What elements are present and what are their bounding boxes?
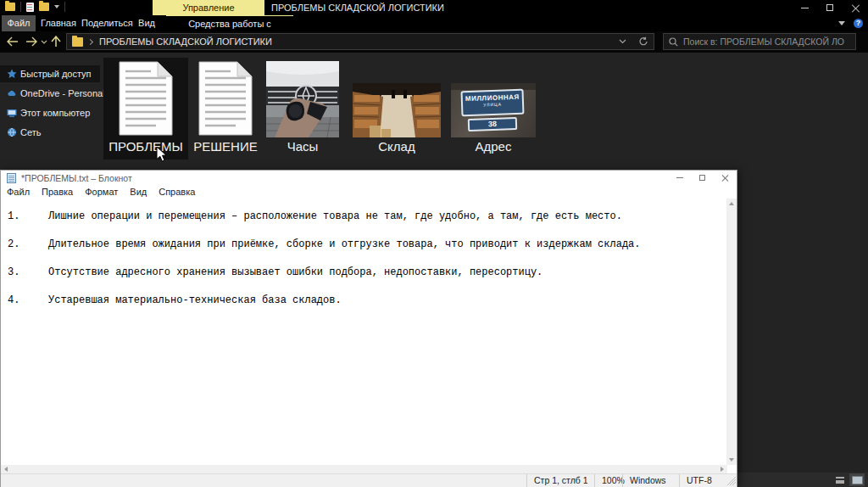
menu-help[interactable]: Справка: [153, 187, 201, 197]
file-name: ПРОБЛЕМЫ: [103, 139, 188, 154]
address-dropdown-chevron-icon[interactable]: [619, 39, 626, 44]
zoom-level-status: 100%: [594, 474, 622, 487]
sidebar-item-label: Быстрый доступ: [20, 69, 92, 79]
details-view-button[interactable]: [832, 473, 848, 486]
line-number: 2.: [1, 238, 48, 250]
close-button[interactable]: [843, 0, 868, 15]
menu-view[interactable]: Вид: [124, 187, 153, 197]
street-sign-plate: МИЛЛИОННАЯ УЛИЦА: [460, 89, 524, 117]
line-number: 4.: [1, 294, 48, 306]
file-tile-warehouse[interactable]: Склад: [351, 58, 442, 160]
notepad-close-button[interactable]: [714, 171, 737, 185]
sidebar-item-onedrive[interactable]: OneDrive - Personal: [0, 85, 100, 102]
folder-icon[interactable]: [5, 3, 15, 11]
file-tile-address[interactable]: МИЛЛИОННАЯ УЛИЦА 38 Адрес: [449, 58, 537, 160]
divider: [20, 2, 21, 12]
scroll-up-icon[interactable]: [729, 202, 734, 205]
properties-icon[interactable]: [26, 3, 34, 12]
sidebar-item-label: Этот компьютер: [20, 108, 90, 118]
text-line: 4.Устаревшая материально-техническая баз…: [1, 294, 727, 306]
tab-share[interactable]: Поделиться: [81, 15, 129, 31]
sidebar-item-network[interactable]: Сеть: [0, 124, 100, 141]
tab-file[interactable]: Файл: [2, 15, 36, 31]
address-bar-row: ПРОБЛЕМЫ СКЛАДСКОЙ ЛОГИСТИКИ: [0, 31, 868, 53]
horizontal-scrollbar[interactable]: [1, 465, 727, 473]
help-icon[interactable]: ?: [854, 19, 863, 28]
tab-home[interactable]: Главная: [41, 15, 76, 31]
customize-toolbar-chevron-icon[interactable]: [54, 5, 59, 8]
notepad-text-area[interactable]: 1.Лишние операции и перемещения – распол…: [1, 199, 727, 465]
breadcrumb-chevron-icon[interactable]: [87, 38, 93, 44]
minimize-icon: [676, 177, 683, 178]
line-number: 3.: [1, 266, 48, 278]
menu-edit[interactable]: Правка: [36, 187, 79, 197]
notepad-window-controls: [668, 171, 737, 185]
breadcrumb[interactable]: ПРОБЛЕМЫ СКЛАДСКОЙ ЛОГИСТИКИ: [99, 36, 272, 47]
large-icons-view-icon: [852, 476, 863, 484]
tab-view[interactable]: Вид: [134, 15, 159, 31]
ribbon-tab-row: Файл Главная Поделиться Вид Средства раб…: [0, 15, 868, 31]
notepad-menubar: Файл Правка Формат Вид Справка: [1, 185, 737, 199]
text-document-icon: [119, 61, 173, 136]
file-name: Склад: [351, 139, 442, 154]
notepad-maximize-button[interactable]: [691, 171, 714, 185]
large-icons-view-button[interactable]: [849, 473, 865, 486]
divider: [64, 2, 65, 12]
back-button-icon[interactable]: [7, 36, 19, 47]
line-text: Отсутствие адресного хранения вызывает о…: [48, 266, 542, 278]
minimize-button[interactable]: [792, 0, 817, 15]
mouse-cursor-icon: [156, 146, 167, 162]
forward-button-icon[interactable]: [25, 36, 37, 47]
explorer-window-controls: [792, 0, 868, 15]
sidebar-item-label: Сеть: [20, 127, 41, 137]
file-tile-watch[interactable]: Часы: [264, 58, 341, 160]
refresh-icon[interactable]: [638, 36, 648, 47]
computer-icon: [7, 108, 17, 118]
notepad-window-title: *ПРОБЛЕМЫ.txt – Блокнот: [21, 173, 132, 183]
explorer-titlebar: Управление ПРОБЛЕМЫ СКЛАДСКОЙ ЛОГИСТИКИ: [0, 0, 868, 15]
scroll-down-icon[interactable]: [729, 458, 734, 462]
sidebar-item-this-pc[interactable]: Этот компьютер: [0, 104, 100, 121]
search-icon: [669, 37, 678, 47]
maximize-icon: [826, 4, 833, 11]
network-icon: [7, 127, 17, 137]
close-icon: [722, 175, 729, 182]
menu-format[interactable]: Формат: [79, 187, 124, 197]
up-button-icon[interactable]: [51, 36, 61, 48]
contextual-tab-manage[interactable]: Управление: [153, 0, 264, 15]
file-tile-solution[interactable]: РЕШЕНИЕ: [190, 58, 261, 160]
encoding-status: UTF-8: [679, 474, 720, 487]
desktop-screen: Управление ПРОБЛЕМЫ СКЛАДСКОЙ ЛОГИСТИКИ …: [0, 0, 868, 487]
close-icon: [852, 4, 860, 12]
text-document-icon: [198, 61, 253, 136]
text-line: 2.Длительное время ожидания при приёмке,…: [1, 238, 727, 250]
vertical-scrollbar[interactable]: [726, 199, 737, 465]
address-bar[interactable]: ПРОБЛЕМЫ СКЛАДСКОЙ ЛОГИСТИКИ: [66, 33, 654, 50]
line-ending-status: Windows (CRLF): [622, 474, 679, 487]
warehouse-photo-thumbnail: [353, 83, 441, 137]
house-number-plate: 38: [468, 117, 517, 132]
sidebar-item-label: OneDrive - Personal: [20, 88, 105, 98]
maximize-button[interactable]: [817, 0, 843, 15]
search-input[interactable]: [683, 36, 844, 47]
cursor-position-status: Стр 1, стлб 1: [526, 474, 594, 487]
new-folder-icon[interactable]: [39, 3, 49, 11]
current-folder-icon: [72, 37, 83, 47]
file-tile-problems[interactable]: ПРОБЛЕМЫ: [103, 58, 188, 160]
quick-access-toolbar: [5, 2, 65, 12]
notepad-minimize-button[interactable]: [668, 171, 691, 185]
line-number: 1.: [1, 210, 48, 222]
tab-picture-tools[interactable]: Средства работы с рисунками: [166, 15, 293, 31]
search-box[interactable]: [663, 33, 856, 50]
scroll-left-icon[interactable]: [4, 467, 8, 472]
street-sign-photo-thumbnail: МИЛЛИОННАЯ УЛИЦА 38: [451, 83, 536, 137]
explorer-window-title: ПРОБЛЕМЫ СКЛАДСКОЙ ЛОГИСТИКИ: [271, 0, 444, 15]
maximize-icon: [699, 175, 705, 181]
recent-locations-chevron-icon[interactable]: [41, 40, 47, 44]
notepad-status-bar: Стр 1, стлб 1 100% Windows (CRLF) UTF-8: [1, 473, 737, 487]
scroll-right-icon[interactable]: [721, 467, 724, 472]
menu-file[interactable]: Файл: [1, 187, 36, 197]
expand-ribbon-chevron-icon[interactable]: [838, 21, 845, 25]
sidebar-item-quick-access[interactable]: Быстрый доступ: [0, 65, 100, 82]
resize-grip[interactable]: [727, 477, 736, 485]
